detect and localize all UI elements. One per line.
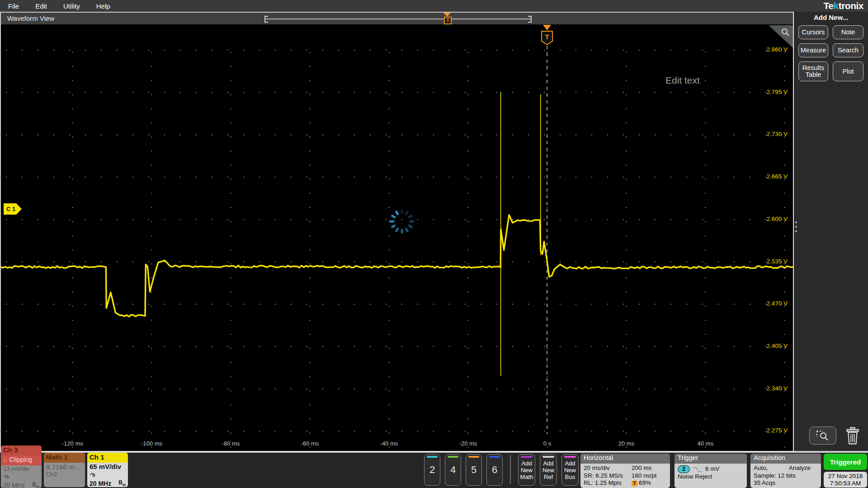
overview-trigger-flag-icon[interactable]: T [444, 17, 452, 24]
horizontal-overview-track[interactable] [265, 19, 531, 19]
horizontal-title: Horizontal [580, 454, 670, 464]
overview-left-bracket [264, 16, 268, 23]
menu-file[interactable]: File [8, 2, 19, 10]
trigger-position-icon: T [632, 481, 637, 487]
graticule-area[interactable]: T [1, 24, 795, 452]
ch3-bandwidth: 20 MHz [3, 482, 25, 488]
trigger-level: 6 mV [705, 465, 720, 473]
zoom-select-button[interactable] [809, 427, 836, 445]
add-new-search-button[interactable]: Search [833, 43, 863, 57]
voltage-label: 2.340 V [756, 385, 788, 392]
channel-3-badge[interactable]: Ch 3 ⚠ Clipping 13 mV/div 20 MHz Bw [1, 446, 42, 488]
trigger-source-badge: 2 [678, 465, 690, 473]
time-label: -60 ms [294, 440, 326, 447]
voltage-label: 2.860 V [756, 46, 788, 53]
horizontal-cell: T69% [632, 479, 667, 487]
warning-icon: ⚠ [3, 457, 8, 463]
voltage-label: 2.665 V [756, 173, 788, 180]
time-label: -100 ms [136, 440, 168, 447]
menu-utility[interactable]: Utility [63, 2, 80, 10]
overview-right-bracket [528, 16, 532, 23]
panel-splitter-handle[interactable] [794, 219, 798, 235]
acquisition-mode2: Analyze [789, 465, 811, 472]
probe-icon [3, 474, 9, 479]
channel-6-button[interactable]: 6 [486, 454, 503, 486]
time-label: -80 ms [215, 440, 247, 447]
voltage-label: 2.730 V [756, 131, 788, 137]
ch3-scale: 13 mV/div [3, 465, 39, 472]
tektronix-logo: Tektronix [824, 0, 863, 12]
math1-title: Math 1 [44, 453, 85, 463]
channel-1-badge[interactable]: Ch 1 65 mV/div 20 MHz Bw [87, 453, 128, 487]
logo-post: tronix [839, 0, 863, 11]
acquisition-panel[interactable]: Acquisition Auto, Analyze Sample: 12 bit… [750, 454, 821, 488]
ch1-scale: 65 mV/div [90, 463, 126, 470]
horizontal-cell: RL: 1.25 Mpts [584, 479, 632, 487]
horizontal-row: 20 ms/div200 ms [584, 465, 667, 472]
add-new-note-button[interactable]: Note [833, 25, 863, 39]
add-new-results-table-button[interactable]: Results Table [798, 61, 828, 81]
horizontal-panel[interactable]: Horizontal 20 ms/div200 msSR: 6.25 MS/s1… [580, 454, 670, 488]
acquisition-title: Acquisition [750, 454, 821, 464]
trigger-mode: Noise Reject [678, 473, 744, 481]
magnifier-icon [780, 27, 791, 38]
channel-5-button[interactable]: 5 [466, 454, 482, 486]
date: 27 Nov 2018 [828, 473, 863, 480]
menu-edit[interactable]: Edit [35, 2, 47, 10]
probe-icon [90, 472, 95, 477]
add-new-measure-button[interactable]: Measure [798, 43, 828, 57]
math1-source: Ch3 [46, 471, 83, 478]
horizontal-row: RL: 1.25 MptsT69% [584, 479, 667, 487]
ch1-bandwidth: 20 MHz [90, 480, 111, 487]
zoom-select-icon [816, 430, 830, 441]
trigger-title: Trigger [675, 454, 747, 464]
overview-trigger-arrow-icon[interactable] [443, 13, 451, 17]
waveform-view-tab[interactable]: Waveform View T [1, 12, 793, 24]
trigger-panel[interactable]: Trigger 2 6 mV Noise Reject [675, 454, 747, 488]
horizontal-cell: SR: 6.25 MS/s [584, 472, 632, 480]
time-label: 20 ms [611, 440, 642, 447]
horizontal-row: SR: 6.25 MS/s160 ns/pt [584, 472, 667, 480]
triggered-status-badge: Triggered [824, 454, 867, 470]
menu-help[interactable]: Help [96, 2, 110, 10]
add-new-ref-button[interactable]: Add New Ref [540, 454, 557, 486]
waveform-view-title: Waveform View [7, 14, 54, 22]
trigger-flag-icon: T [542, 25, 552, 45]
busy-spinner [390, 209, 414, 234]
ch1-title: Ch 1 [87, 453, 128, 463]
waveform-window: Waveform View T T 2.860 V2.795 V2.730 V2… [0, 12, 794, 452]
add-new-cursors-button[interactable]: Cursors [798, 25, 828, 39]
voltage-label: 2.795 V [756, 89, 788, 95]
time-label: -120 ms [57, 440, 89, 447]
add-new-plot-button[interactable]: Plot [833, 61, 863, 81]
trash-button[interactable] [844, 427, 861, 446]
channel-button-group: 2456Add New MathAdd New RefAdd New Bus [424, 454, 579, 486]
voltage-label: 2.600 V [756, 216, 788, 222]
logo-k: k [833, 0, 838, 11]
time-label: 40 ms [690, 440, 722, 447]
time-label: -20 ms [453, 440, 484, 447]
bottom-status-bar: Ch 3 ⚠ Clipping 13 mV/div 20 MHz Bw Math… [0, 452, 868, 488]
acquisition-count: 35 Acqs [754, 479, 818, 487]
horizontal-cell: 20 ms/div [584, 465, 632, 472]
voltage-label: 2.470 V [756, 300, 788, 307]
add-new-bus-button[interactable]: Add New Bus [561, 454, 579, 486]
time: 7:50:53 AM [830, 480, 861, 487]
logo-pre: Te [824, 0, 834, 11]
math1-value: 9.7166 m… [46, 463, 83, 471]
time-label: -40 ms [373, 440, 405, 447]
ch3-title: Ch 3 [1, 446, 42, 455]
falling-edge-icon [693, 466, 703, 473]
ch3-clipping-label: Clipping [9, 456, 33, 463]
math-1-badge[interactable]: Math 1 9.7166 m… Ch3 [44, 453, 85, 487]
acquisition-mode: Auto, [754, 465, 768, 472]
note-edit-text[interactable]: Edit text [665, 75, 700, 86]
ch3-clipping-row: ⚠ Clipping [1, 455, 42, 465]
channel-2-button[interactable]: 2 [424, 454, 440, 486]
add-new-math-button[interactable]: Add New Math [518, 454, 535, 486]
channel-4-button[interactable]: 4 [445, 454, 461, 486]
menu-bar: FileEditUtilityHelp [0, 0, 868, 12]
voltage-label: 2.535 V [756, 258, 788, 265]
datetime-display: 27 Nov 2018 7:50:53 AM [824, 472, 867, 488]
add-new-button-grid: CursorsNoteMeasureSearchResults TablePlo… [794, 25, 868, 81]
